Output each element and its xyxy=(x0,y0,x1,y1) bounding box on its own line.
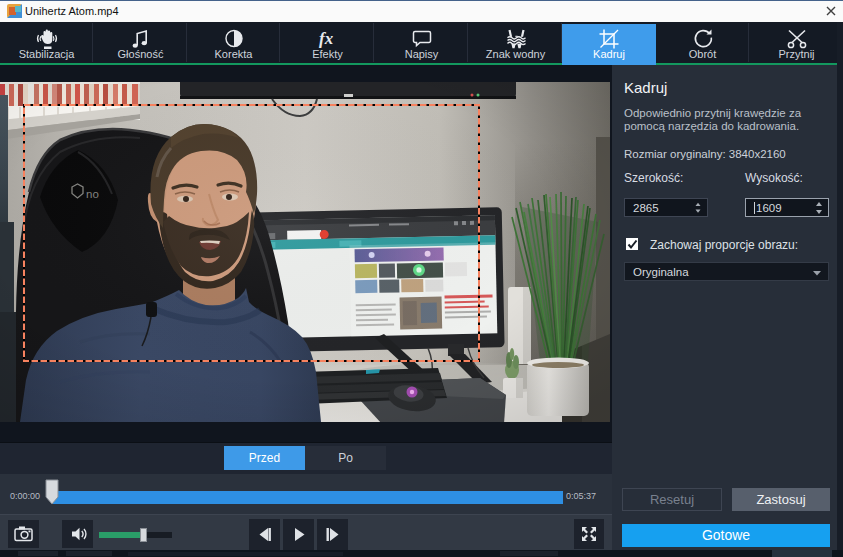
svg-text:fx: fx xyxy=(319,29,334,48)
